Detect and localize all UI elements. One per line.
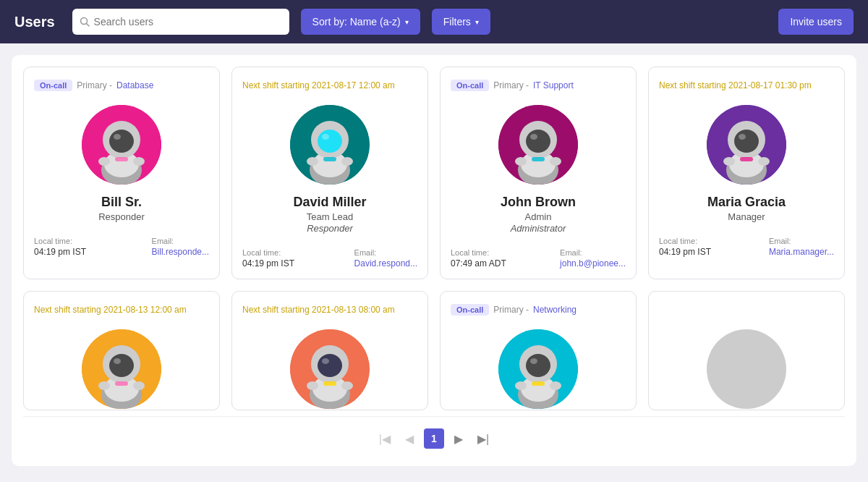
user-role: Admin [451, 211, 626, 222]
user-name: Bill Sr. [34, 195, 209, 210]
primary-label: Primary - [493, 80, 529, 90]
svg-point-42 [109, 354, 134, 377]
avatar [707, 105, 786, 185]
user-name: David Miller [242, 195, 417, 210]
svg-point-64 [550, 381, 561, 390]
svg-point-10 [133, 157, 145, 166]
svg-point-46 [133, 381, 145, 390]
user-role-secondary: Responder [242, 223, 417, 234]
card-badge-row: Next shift starting 2021-08-17 12:00 am [242, 77, 417, 93]
shift-label: Next shift starting 2021-08-17 01:30 pm [659, 80, 812, 90]
user-meta: Local time: 04:19 pm IST Email: Bill.res… [34, 231, 209, 257]
primary-schedule-link[interactable]: IT Support [533, 80, 574, 90]
user-name: John Brown [451, 195, 626, 210]
avatar-area [34, 322, 209, 410]
avatar [290, 105, 370, 185]
svg-rect-35 [740, 157, 753, 161]
users-grid-top: On-call Primary - Database Bill Sr. Resp… [23, 67, 845, 279]
card-badge-row [659, 302, 834, 318]
card-badge-row: On-call Primary - Database [34, 77, 209, 93]
svg-point-28 [550, 157, 561, 166]
local-time-label: Local time: [659, 237, 711, 245]
primary-label: Primary - [493, 305, 529, 315]
local-time-item: Local time: 04:19 pm IST [242, 248, 294, 269]
email-link[interactable]: Maria.manager... [769, 247, 834, 257]
primary-label: Primary - [77, 80, 112, 90]
avatar [707, 329, 786, 409]
user-name: Maria Gracia [659, 195, 834, 210]
svg-point-16 [322, 134, 329, 140]
card-badge-row: Next shift starting 2021-08-13 08:00 am [242, 302, 417, 318]
svg-point-60 [526, 354, 550, 377]
svg-point-51 [318, 354, 342, 377]
card-badge-row: Next shift starting 2021-08-17 01:30 pm [659, 77, 834, 93]
invite-users-button[interactable]: Invite users [778, 9, 854, 35]
svg-point-18 [307, 157, 318, 166]
email-item: Email: Bill.responde... [152, 237, 209, 257]
email-label: Email: [354, 248, 417, 257]
user-card: On-call Primary - Database Bill Sr. Resp… [23, 67, 220, 279]
svg-point-63 [515, 381, 527, 390]
svg-point-25 [530, 134, 537, 140]
avatar [498, 329, 578, 409]
avatar [498, 105, 578, 185]
filter-button[interactable]: Filters ▾ [432, 9, 490, 35]
local-time-label: Local time: [242, 248, 294, 257]
local-time-label: Local time: [34, 237, 86, 245]
on-call-badge: On-call [34, 80, 72, 91]
current-page: 1 [424, 428, 444, 449]
email-label: Email: [769, 237, 834, 245]
user-card: On-call Primary - Networking [440, 291, 637, 410]
local-time-item: Local time: 07:49 am ADT [451, 248, 506, 269]
user-card [648, 291, 845, 410]
svg-point-37 [758, 157, 770, 166]
svg-point-15 [318, 130, 342, 153]
sort-button[interactable]: Sort by: Name (a-z) ▾ [301, 9, 420, 35]
primary-schedule-link[interactable]: Database [116, 80, 153, 90]
chevron-down-icon: ▾ [405, 18, 409, 26]
svg-point-54 [307, 381, 318, 390]
shift-label: Next shift starting 2021-08-17 12:00 am [242, 80, 395, 90]
avatar [82, 105, 161, 185]
local-time-value: 07:49 am ADT [451, 258, 506, 269]
user-role: Manager [659, 211, 834, 222]
svg-rect-44 [115, 381, 128, 386]
users-grid-bottom: Next shift starting 2021-08-13 12:00 am … [23, 291, 845, 410]
local-time-value: 04:19 pm IST [34, 247, 86, 257]
local-time-label: Local time: [451, 248, 506, 257]
next-page-button[interactable]: ▶ [450, 429, 467, 449]
email-label: Email: [152, 237, 209, 245]
email-link[interactable]: Bill.responde... [152, 247, 209, 257]
app-header: Users Sort by: Name (a-z) ▾ Filters ▾ In… [0, 0, 868, 43]
first-page-button[interactable]: |◀ [375, 429, 395, 449]
on-call-badge: On-call [451, 80, 489, 91]
user-meta: Local time: 04:19 pm IST Email: Maria.ma… [659, 231, 834, 257]
prev-page-button[interactable]: ◀ [401, 429, 418, 449]
email-link[interactable]: john.b@pionee... [560, 258, 626, 269]
user-role-secondary: Administrator [451, 223, 626, 234]
svg-point-55 [341, 381, 353, 390]
primary-schedule-link[interactable]: Networking [533, 305, 576, 315]
local-time-value: 04:19 pm IST [242, 258, 294, 269]
user-role: Responder [34, 211, 209, 222]
shift-label: Next shift starting 2021-08-13 08:00 am [242, 305, 395, 315]
avatar-area [659, 98, 834, 190]
on-call-badge: On-call [451, 304, 489, 316]
svg-line-1 [86, 24, 89, 27]
shift-label: Next shift starting 2021-08-13 12:00 am [34, 305, 187, 315]
last-page-button[interactable]: ▶| [473, 429, 493, 449]
page-title: Users [14, 14, 55, 30]
user-card: Next shift starting 2021-08-13 08:00 am [231, 291, 428, 410]
svg-point-52 [322, 358, 329, 364]
email-link[interactable]: David.respond... [354, 258, 417, 269]
user-card: Next shift starting 2021-08-17 12:00 am … [231, 67, 428, 279]
svg-point-34 [739, 134, 746, 140]
card-badge-row: On-call Primary - Networking [451, 302, 626, 318]
user-meta: Local time: 04:19 pm IST Email: David.re… [242, 242, 417, 269]
search-input[interactable] [94, 16, 282, 28]
svg-rect-8 [115, 157, 128, 161]
svg-point-9 [98, 157, 110, 166]
email-item: Email: john.b@pionee... [560, 248, 626, 269]
email-item: Email: Maria.manager... [769, 237, 834, 257]
svg-rect-62 [532, 381, 545, 386]
